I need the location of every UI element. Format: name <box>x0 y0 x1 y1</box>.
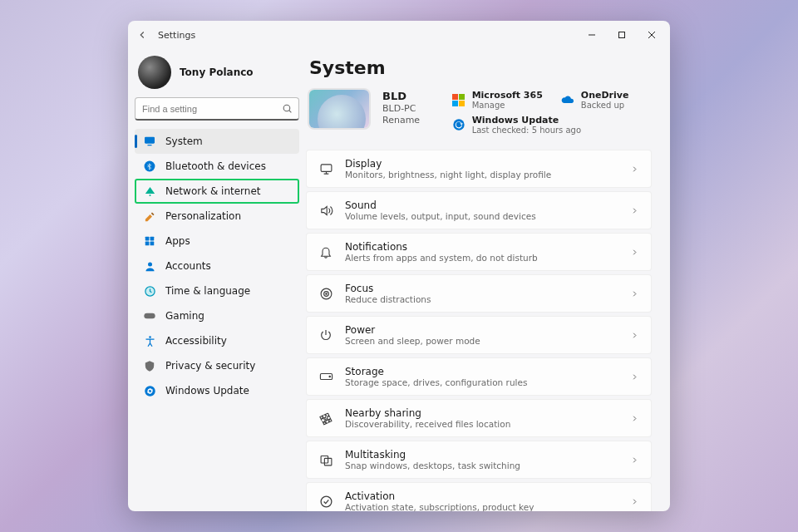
card-title: Display <box>345 158 618 170</box>
sidebar-item-apps[interactable]: Apps <box>135 229 299 254</box>
notifications-icon <box>318 244 333 259</box>
back-button[interactable] <box>136 29 148 41</box>
card-title: Power <box>345 324 618 336</box>
maximize-button[interactable] <box>607 23 637 47</box>
sidebar-item-label: System <box>165 135 203 147</box>
card-subtitle: Volume levels, output, input, sound devi… <box>345 211 618 221</box>
sidebar-item-label: Gaming <box>165 310 204 322</box>
sidebar-item-label: Accounts <box>165 260 211 272</box>
card-subtitle: Screen and sleep, power mode <box>345 336 618 346</box>
apps-icon <box>143 234 156 248</box>
card-sound[interactable]: SoundVolume levels, output, input, sound… <box>306 191 652 229</box>
card-subtitle: Storage space, drives, configuration rul… <box>345 377 618 387</box>
device-pcname: BLD-PC <box>382 102 420 115</box>
card-subtitle: Monitors, brightness, night light, displ… <box>345 170 618 180</box>
sidebar-item-privacy[interactable]: Privacy & security <box>135 353 299 378</box>
card-storage[interactable]: StorageStorage space, drives, configurat… <box>306 357 652 396</box>
sidebar-item-gaming[interactable]: Gaming <box>135 303 299 328</box>
network-icon <box>143 185 156 198</box>
card-title: Notifications <box>345 241 618 253</box>
profile[interactable]: Tony Polanco <box>135 56 299 97</box>
card-subtitle: Activation state, subscriptions, product… <box>345 502 618 511</box>
search-input[interactable] <box>135 97 299 121</box>
svg-point-14 <box>145 386 155 397</box>
sidebar-item-label: Bluetooth & devices <box>165 160 266 172</box>
nav-list: SystemBluetooth & devicesNetwork & inter… <box>135 129 299 403</box>
svg-point-15 <box>453 119 464 130</box>
svg-point-21 <box>329 376 330 377</box>
activation-icon <box>318 494 333 509</box>
settings-window: Settings Tony Polanco <box>128 21 670 511</box>
sidebar-item-accessibility[interactable]: Accessibility <box>135 328 299 353</box>
sidebar-item-label: Privacy & security <box>165 360 255 372</box>
svg-rect-6 <box>145 237 150 241</box>
microsoft-logo-icon <box>452 93 466 106</box>
card-title: Storage <box>345 366 618 377</box>
window-title: Settings <box>158 30 195 41</box>
sidebar-item-accounts[interactable]: Accounts <box>135 254 299 278</box>
chevron-right-icon <box>630 456 639 465</box>
chevron-right-icon <box>630 165 639 174</box>
titlebar: Settings <box>128 21 670 49</box>
chevron-right-icon <box>630 248 639 257</box>
sidebar-item-time[interactable]: Time & language <box>135 278 299 303</box>
card-multitasking[interactable]: MultitaskingSnap windows, desktops, task… <box>306 441 652 479</box>
card-focus[interactable]: FocusReduce distractions <box>306 274 652 313</box>
tile-onedrive-title: OneDrive <box>581 90 629 101</box>
tile-m365-title: Microsoft 365 <box>472 90 543 101</box>
device-hero: BLD BLD-PC Rename Microsoft 365Manage On… <box>306 90 652 135</box>
chevron-right-icon <box>630 414 639 423</box>
tile-m365[interactable]: Microsoft 365Manage <box>452 90 543 110</box>
personalization-icon <box>143 209 156 223</box>
card-nearby-sharing[interactable]: Nearby sharingDiscoverability, received … <box>306 399 652 437</box>
svg-point-13 <box>149 336 151 338</box>
sidebar-item-network[interactable]: Network & internet <box>135 179 299 204</box>
svg-rect-9 <box>150 242 155 246</box>
update-icon <box>143 384 156 397</box>
time-icon <box>143 284 156 298</box>
tile-wu-sub: Last checked: 5 hours ago <box>472 126 581 135</box>
rename-link[interactable]: Rename <box>382 115 420 126</box>
storage-icon <box>318 369 333 384</box>
svg-point-24 <box>321 496 332 507</box>
svg-rect-12 <box>144 313 155 319</box>
avatar <box>138 56 171 89</box>
device-thumbnail[interactable] <box>309 90 369 128</box>
card-display[interactable]: DisplayMonitors, brightness, night light… <box>306 150 652 188</box>
tile-windows-update[interactable]: Windows UpdateLast checked: 5 hours ago <box>452 115 652 135</box>
user-name: Tony Polanco <box>180 66 254 78</box>
svg-rect-3 <box>147 145 151 145</box>
minimize-button[interactable] <box>577 23 607 47</box>
bluetooth-icon <box>143 160 156 173</box>
sidebar-item-bluetooth[interactable]: Bluetooth & devices <box>135 154 299 179</box>
sidebar-item-personalization[interactable]: Personalization <box>135 204 299 229</box>
svg-rect-8 <box>145 242 150 246</box>
tile-onedrive-sub: Backed up <box>581 101 629 110</box>
sidebar-item-system[interactable]: System <box>135 129 299 154</box>
card-notifications[interactable]: NotificationsAlerts from apps and system… <box>306 233 652 271</box>
card-title: Nearby sharing <box>345 407 618 419</box>
settings-card-list: DisplayMonitors, brightness, night light… <box>306 150 652 511</box>
svg-point-5 <box>149 194 150 195</box>
card-subtitle: Reduce distractions <box>345 294 618 304</box>
sound-icon <box>318 203 333 218</box>
sidebar: Tony Polanco SystemBluetooth & devicesNe… <box>128 49 306 511</box>
sidebar-item-label: Time & language <box>165 285 250 297</box>
card-title: Activation <box>345 490 618 502</box>
card-activation[interactable]: ActivationActivation state, subscription… <box>306 482 652 511</box>
focus-icon <box>318 286 333 301</box>
close-button[interactable] <box>637 23 667 47</box>
nearby-icon <box>318 411 333 426</box>
display-icon <box>318 161 333 176</box>
svg-point-1 <box>283 105 290 111</box>
card-title: Sound <box>345 200 618 211</box>
svg-rect-2 <box>145 137 155 144</box>
privacy-icon <box>143 359 156 372</box>
sidebar-item-update[interactable]: Windows Update <box>135 378 299 403</box>
svg-rect-0 <box>619 32 625 38</box>
main-content: System BLD BLD-PC Rename Microsoft 365Ma… <box>306 49 670 511</box>
card-power[interactable]: PowerScreen and sleep, power mode <box>306 316 652 354</box>
chevron-right-icon <box>630 206 639 215</box>
chevron-right-icon <box>630 289 639 298</box>
tile-onedrive[interactable]: OneDriveBacked up <box>561 90 652 110</box>
